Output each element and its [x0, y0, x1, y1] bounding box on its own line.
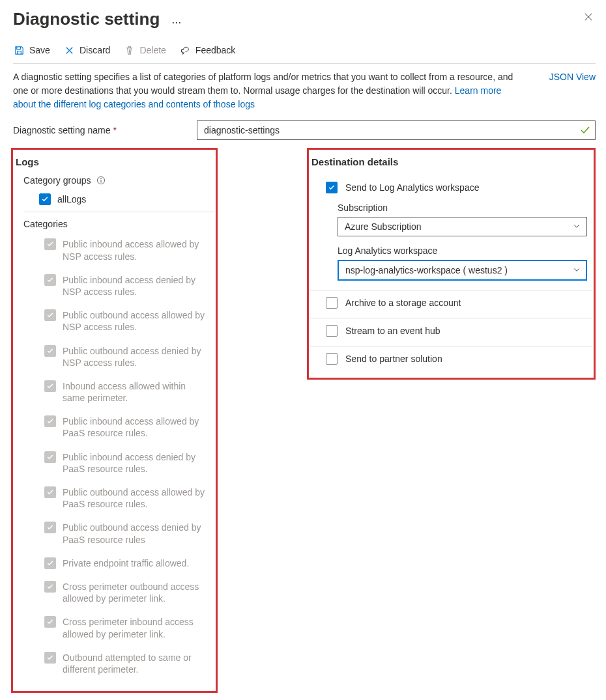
category-row: Public outbound access denied by NSP acc…	[44, 345, 210, 369]
toolbar: Save Discard Delete Feedback	[13, 41, 596, 64]
workspace-select[interactable]: nsp-log-analytics-workspace ( westus2 )	[338, 260, 587, 281]
category-row: Inbound access allowed within same perim…	[44, 380, 210, 404]
description-text: A diagnostic setting specifies a list of…	[13, 70, 523, 111]
storage-checkbox[interactable]	[326, 297, 338, 309]
eventhub-checkbox[interactable]	[326, 325, 338, 337]
alllogs-label: allLogs	[57, 193, 210, 205]
json-view-link[interactable]: JSON View	[549, 70, 596, 82]
category-checkbox	[44, 652, 56, 664]
category-label: Private endpoint traffic allowed.	[63, 557, 210, 569]
info-icon[interactable]	[96, 176, 106, 185]
discard-button[interactable]: Discard	[65, 45, 110, 55]
discard-label: Discard	[79, 45, 110, 55]
category-checkbox	[44, 557, 56, 569]
delete-label: Delete	[139, 45, 166, 55]
category-checkbox	[44, 415, 56, 427]
destination-panel: Destination details Send to Log Analytic…	[307, 148, 596, 380]
category-row: Public inbound access denied by NSP acce…	[44, 274, 210, 298]
category-label: Public outbound access denied by NSP acc…	[63, 345, 210, 369]
category-row: Cross perimeter outbound access allowed …	[44, 581, 210, 604]
category-label: Inbound access allowed within same perim…	[63, 380, 210, 404]
category-row: Cross perimeter inbound access allowed b…	[44, 616, 210, 639]
eventhub-label: Stream to an event hub	[345, 326, 440, 336]
save-button[interactable]: Save	[14, 45, 50, 55]
category-row: Public outbound access allowed by PaaS r…	[44, 486, 210, 510]
category-checkbox	[44, 309, 56, 321]
valid-check-icon	[580, 125, 590, 135]
category-row: Public outbound access denied by PaaS re…	[44, 522, 210, 545]
feedback-button[interactable]: Feedback	[180, 45, 235, 55]
log-analytics-label: Send to Log Analytics workspace	[345, 182, 479, 193]
category-checkbox	[44, 380, 56, 392]
alllogs-checkbox[interactable]	[39, 193, 51, 205]
delete-button: Delete	[124, 45, 166, 55]
svg-point-1	[100, 178, 102, 180]
category-row: Public inbound access allowed by PaaS re…	[44, 415, 210, 439]
category-row: Public outbound access allowed by NSP ac…	[44, 309, 210, 333]
setting-name-label: Diagnostic setting name*	[13, 125, 189, 135]
category-groups-heading: Category groups	[23, 175, 214, 186]
subscription-label: Subscription	[338, 203, 587, 213]
category-row: Private endpoint traffic allowed.	[44, 557, 210, 569]
alllogs-row: allLogs	[39, 193, 210, 205]
partner-label: Send to partner solution	[345, 354, 442, 364]
category-label: Outbound attempted to same or different …	[63, 652, 210, 675]
save-label: Save	[29, 45, 50, 55]
category-checkbox	[44, 345, 56, 357]
category-label: Public outbound access allowed by NSP ac…	[63, 309, 210, 333]
category-row: Public inbound access denied by PaaS res…	[44, 451, 210, 475]
categories-heading: Categories	[23, 219, 214, 229]
category-checkbox	[44, 616, 56, 628]
category-label: Public inbound access allowed by NSP acc…	[63, 238, 210, 262]
category-label: Public outbound access denied by PaaS re…	[63, 522, 210, 545]
workspace-label: Log Analytics workspace	[338, 245, 587, 256]
category-row: Outbound attempted to same or different …	[44, 652, 210, 675]
category-label: Public inbound access denied by NSP acce…	[63, 274, 210, 298]
category-label: Public outbound access allowed by PaaS r…	[63, 486, 210, 510]
subscription-select[interactable]: Azure Subscription	[338, 217, 587, 236]
chevron-down-icon	[573, 221, 581, 232]
category-checkbox	[44, 451, 56, 463]
close-icon[interactable]	[581, 9, 596, 26]
partner-checkbox[interactable]	[326, 353, 338, 365]
feedback-label: Feedback	[195, 45, 235, 55]
category-label: Public inbound access allowed by PaaS re…	[63, 415, 210, 439]
chevron-down-icon	[573, 265, 581, 275]
destination-title: Destination details	[311, 156, 592, 167]
setting-name-input[interactable]	[197, 120, 596, 140]
category-row: Public inbound access allowed by NSP acc…	[44, 238, 210, 262]
category-label: Cross perimeter inbound access allowed b…	[63, 616, 210, 639]
category-checkbox	[44, 486, 56, 498]
log-analytics-checkbox[interactable]	[326, 182, 338, 193]
category-label: Public inbound access denied by PaaS res…	[63, 451, 210, 475]
logs-panel: Logs Category groups allLogs Categories …	[11, 148, 218, 693]
logs-title: Logs	[16, 156, 214, 167]
category-checkbox	[44, 238, 56, 250]
category-label: Cross perimeter outbound access allowed …	[63, 581, 210, 604]
more-icon[interactable]: ···	[171, 16, 181, 29]
storage-label: Archive to a storage account	[345, 298, 461, 308]
category-checkbox	[44, 274, 56, 286]
category-checkbox	[44, 581, 56, 593]
category-checkbox	[44, 522, 56, 533]
page-title: Diagnostic setting	[13, 9, 160, 29]
